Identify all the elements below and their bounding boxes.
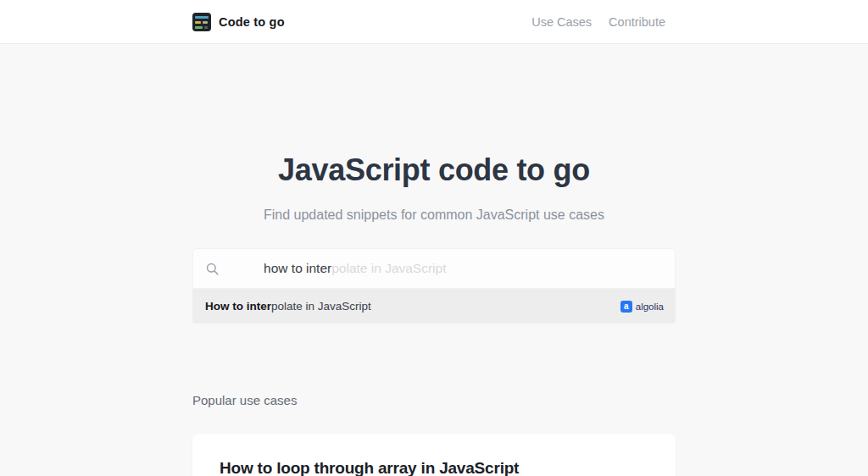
main-content: JavaScript code to go Find updated snipp… (0, 44, 868, 476)
nav-link-use-cases[interactable]: Use Cases (531, 15, 592, 29)
search-autocomplete-ghost: polate in JavaScript (331, 261, 446, 275)
search-input[interactable]: how to interpolate in JavaScript (192, 248, 676, 289)
algolia-attribution-badge[interactable]: a algolia (620, 301, 664, 313)
suggestion-matched-text: How to inter (205, 300, 271, 313)
search-icon (206, 263, 219, 275)
page-subtitle: Find updated snippets for common JavaScr… (192, 208, 676, 223)
algolia-logo-icon: a (620, 301, 632, 313)
search-suggestion-item[interactable]: How to interpolate in JavaScript a algol… (192, 289, 676, 324)
code-editor-logo-icon (192, 13, 211, 31)
navbar: Code to go Use Cases Contribute (0, 0, 868, 44)
nav-link-contribute[interactable]: Contribute (609, 15, 665, 29)
suggestion-rest-text: polate in JavaScript (271, 300, 371, 313)
brand-home-link[interactable]: Code to go (192, 13, 285, 31)
nav-links: Use Cases Contribute (531, 15, 665, 29)
search-input-value: how to inter (264, 261, 331, 275)
algolia-label: algolia (636, 302, 664, 312)
popular-use-cases-heading: Popular use cases (192, 393, 676, 407)
use-case-card-title: How to loop through array in JavaScript (220, 459, 648, 476)
brand-title: Code to go (219, 15, 285, 29)
search-section: how to interpolate in JavaScript How to … (192, 248, 676, 324)
page-title: JavaScript code to go (192, 152, 676, 188)
use-case-card[interactable]: How to loop through array in JavaScript (192, 434, 676, 476)
hero-section: JavaScript code to go Find updated snipp… (192, 44, 676, 223)
